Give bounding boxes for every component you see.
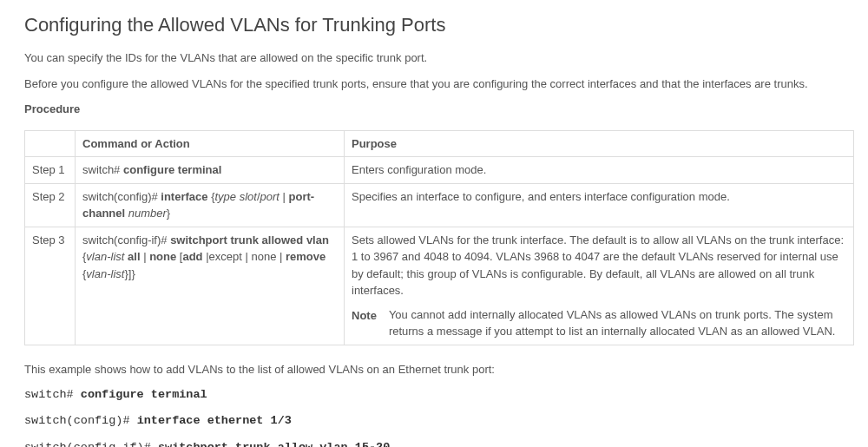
- example-block: This example shows how to add VLANs to t…: [24, 361, 844, 448]
- intro-paragraph-2: Before you configure the allowed VLANs f…: [24, 76, 844, 93]
- step-cell: Step 3: [25, 227, 76, 345]
- purpose-cell: Enters configuration mode.: [345, 157, 854, 184]
- cli-line: switch(config-if)# switchport trunk allo…: [24, 439, 844, 448]
- example-intro: This example shows how to add VLANs to t…: [24, 361, 844, 378]
- cli-command: interface ethernet 1/3: [137, 414, 292, 427]
- cmd-prefix: switch(config-if)#: [82, 233, 170, 247]
- cli-prompt: switch(config-if)#: [24, 441, 158, 448]
- cmd-italic: type slot: [214, 190, 256, 203]
- table-row: Step 2 switch(config)# interface {type s…: [25, 183, 854, 227]
- cmd-text: |: [203, 250, 209, 263]
- table-row: Step 1 switch# configure terminal Enters…: [25, 157, 854, 184]
- cmd-text: none: [251, 250, 279, 263]
- cmd-bold: remove: [286, 250, 326, 263]
- cmd-italic: vlan-list: [86, 267, 124, 280]
- cmd-italic: number: [128, 207, 167, 220]
- table-header-blank: [25, 130, 76, 157]
- note-block: Note You cannot add internally allocated…: [352, 306, 846, 340]
- cmd-text: |: [279, 250, 286, 263]
- cli-command: switchport trunk allow vlan 15-20: [158, 441, 390, 448]
- cmd-bold: configure terminal: [123, 163, 221, 176]
- procedure-label: Procedure: [24, 101, 844, 118]
- cmd-prefix: switch(config)#: [82, 190, 161, 203]
- cmd-text: }]}: [124, 267, 135, 280]
- step-cell: Step 1: [25, 157, 76, 184]
- cmd-bold: add: [182, 250, 202, 263]
- purpose-text: Sets allowed VLANs for the trunk interfa…: [352, 232, 846, 299]
- table-header-command: Command or Action: [76, 130, 345, 157]
- cli-line: switch(config)# interface ethernet 1/3: [24, 412, 844, 430]
- cli-prompt: switch#: [24, 388, 81, 401]
- cmd-text: |: [141, 250, 150, 263]
- note-text: You cannot add internally allocated VLAN…: [389, 306, 846, 340]
- cli-line: switch# configure terminal: [24, 386, 844, 404]
- cmd-bold: none: [149, 250, 176, 263]
- page-title: Configuring the Allowed VLANs for Trunki…: [24, 10, 844, 39]
- command-cell: switch(config-if)# switchport trunk allo…: [76, 227, 345, 345]
- note-label: Note: [352, 306, 377, 325]
- command-cell: switch# configure terminal: [76, 157, 345, 184]
- cmd-text: except: [209, 250, 246, 263]
- intro-paragraph-1: You can specify the IDs for the VLANs th…: [24, 49, 844, 67]
- table-row: Step 3 switch(config-if)# switchport tru…: [25, 227, 854, 345]
- cmd-bold: all: [128, 250, 140, 263]
- cmd-bold: interface: [161, 190, 207, 203]
- command-cell: switch(config)# interface {type slot/por…: [76, 183, 345, 227]
- procedure-table: Command or Action Purpose Step 1 switch#…: [24, 130, 854, 345]
- step-cell: Step 2: [25, 183, 76, 227]
- cmd-text: }: [167, 207, 170, 220]
- table-header-purpose: Purpose: [345, 130, 854, 157]
- cmd-text: |: [279, 190, 289, 203]
- cmd-bold: switchport trunk allowed vlan: [170, 233, 329, 247]
- cmd-italic: port: [260, 190, 279, 203]
- cmd-prefix: switch#: [82, 163, 123, 176]
- cli-command: configure terminal: [81, 388, 207, 401]
- cli-prompt: switch(config)#: [24, 414, 137, 427]
- purpose-cell: Specifies an interface to configure, and…: [345, 183, 854, 227]
- cmd-italic: vlan-list: [86, 250, 124, 263]
- purpose-cell: Sets allowed VLANs for the trunk interfa…: [345, 227, 854, 345]
